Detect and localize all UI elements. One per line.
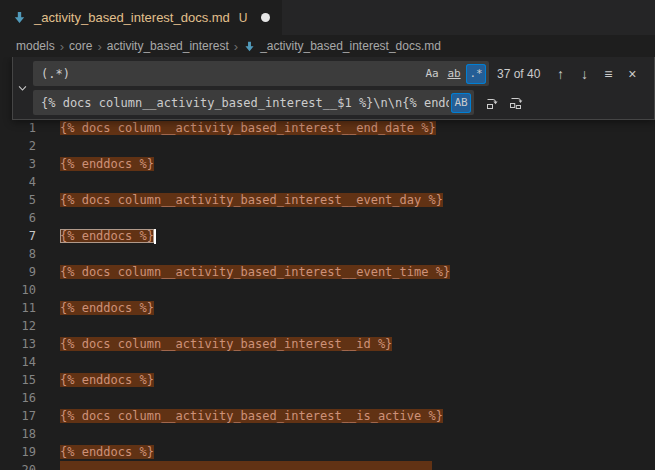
breadcrumb-item[interactable]: _activity_based_interest_docs.md [243, 39, 441, 53]
line-number: 6 [0, 209, 36, 227]
line-number: 19 [0, 443, 36, 461]
editor-line-13[interactable]: 13{% docs column__activity_based_interes… [0, 335, 655, 353]
replace-input[interactable]: {% docs column__activity_based_interest_… [33, 90, 474, 115]
regex-button[interactable]: .* [466, 64, 486, 84]
markdown-file-icon [12, 10, 27, 25]
breadcrumb-item[interactable]: core [69, 39, 92, 53]
previous-match-button[interactable]: ↑ [549, 63, 571, 85]
find-match-highlight: {% enddocs %} [60, 445, 154, 459]
editor-line-2[interactable]: 2 [0, 137, 655, 155]
replace-row: {% docs column__activity_based_interest_… [33, 90, 648, 115]
modified-dot-icon[interactable] [261, 13, 270, 22]
line-number: 18 [0, 425, 36, 443]
line-text: {% docs column__activity_based_interest_… [60, 191, 443, 209]
editor-tab[interactable]: _activity_based_interest_docs.md U [0, 0, 283, 35]
replace-input-value: {% docs column__activity_based_interest_… [41, 96, 449, 110]
find-match-highlight: {% docs column__activity_based_interest_… [60, 265, 450, 279]
editor-line-19[interactable]: 19{% enddocs %} [0, 443, 655, 461]
toggle-replace-chevron-icon[interactable] [13, 57, 31, 119]
find-in-selection-button[interactable]: ≡ [597, 63, 619, 85]
editor-line-20[interactable]: 20 [0, 461, 655, 470]
breadcrumb-separator-icon: › [234, 39, 238, 54]
find-match-highlight [60, 461, 432, 470]
editor-line-5[interactable]: 5{% docs column__activity_based_interest… [0, 191, 655, 209]
find-widget-rows: (.*) Aa ab .* 37 of 40 ↑ ↓ ≡ × {% docs c… [31, 57, 654, 119]
line-number: 11 [0, 299, 36, 317]
line-text: {% enddocs %} [60, 443, 154, 461]
line-number: 17 [0, 407, 36, 425]
close-button[interactable]: × [621, 63, 643, 85]
vscode-window: _activity_based_interest_docs.md U model… [0, 0, 655, 470]
editor-line-14[interactable]: 14 [0, 353, 655, 371]
find-match-highlight: {% enddocs %} [60, 301, 154, 315]
line-number: 20 [0, 461, 36, 470]
find-input-value: (.*) [41, 67, 420, 81]
match-count: 37 of 40 [497, 67, 540, 81]
preserve-case-button[interactable]: AB [451, 93, 471, 113]
breadcrumb-label: _activity_based_interest_docs.md [260, 39, 441, 53]
line-number: 14 [0, 353, 36, 371]
line-text: {% enddocs %} [60, 227, 156, 245]
find-match-highlight: {% enddocs %} [60, 157, 154, 171]
line-text: {% enddocs %} [60, 299, 154, 317]
editor-line-1[interactable]: 1{% docs column__activity_based_interest… [0, 119, 655, 137]
breadcrumb-label: models [16, 39, 55, 53]
breadcrumb-label: core [69, 39, 92, 53]
line-number: 7 [0, 227, 36, 245]
line-number: 12 [0, 317, 36, 335]
line-number: 2 [0, 137, 36, 155]
breadcrumb-separator-icon: › [60, 39, 64, 54]
line-number: 8 [0, 245, 36, 263]
editor-container: (.*) Aa ab .* 37 of 40 ↑ ↓ ≡ × {% docs c… [0, 57, 655, 470]
editor-line-12[interactable]: 12 [0, 317, 655, 335]
line-number: 9 [0, 263, 36, 281]
editor-line-6[interactable]: 6 [0, 209, 655, 227]
breadcrumb-item[interactable]: activity_based_interest [107, 39, 229, 53]
text-cursor [154, 229, 156, 244]
line-number: 4 [0, 173, 36, 191]
breadcrumb-label: activity_based_interest [107, 39, 229, 53]
whole-word-button[interactable]: ab [444, 64, 464, 84]
find-replace-widget: (.*) Aa ab .* 37 of 40 ↑ ↓ ≡ × {% docs c… [12, 57, 655, 120]
find-match-highlight: {% docs column__activity_based_interest_… [60, 337, 392, 351]
editor-line-3[interactable]: 3{% enddocs %} [0, 155, 655, 173]
match-case-button[interactable]: Aa [422, 64, 442, 84]
line-text: {% docs column__activity_based_interest_… [60, 119, 436, 137]
find-row: (.*) Aa ab .* 37 of 40 ↑ ↓ ≡ × [33, 61, 648, 86]
editor-line-9[interactable]: 9{% docs column__activity_based_interest… [0, 263, 655, 281]
editor-line-16[interactable]: 16 [0, 389, 655, 407]
line-number: 3 [0, 155, 36, 173]
editor-line-17[interactable]: 17{% docs column__activity_based_interes… [0, 407, 655, 425]
line-number: 5 [0, 191, 36, 209]
line-text: {% enddocs %} [60, 155, 154, 173]
editor-line-10[interactable]: 10 [0, 281, 655, 299]
line-text: {% docs column__activity_based_interest_… [60, 263, 450, 281]
find-match-highlight: {% enddocs %} [60, 373, 154, 387]
breadcrumb-separator-icon: › [97, 39, 101, 54]
markdown-file-icon [243, 40, 256, 53]
find-match-highlight: {% docs column__activity_based_interest_… [60, 193, 443, 207]
git-status-badge: U [239, 11, 248, 25]
editor-line-4[interactable]: 4 [0, 173, 655, 191]
tab-bar: _activity_based_interest_docs.md U [0, 0, 655, 35]
replace-all-button[interactable] [505, 92, 527, 114]
breadcrumb: models›core›activity_based_interest›_act… [0, 35, 655, 57]
editor-line-11[interactable]: 11{% enddocs %} [0, 299, 655, 317]
line-number: 16 [0, 389, 36, 407]
find-input[interactable]: (.*) Aa ab .* [33, 61, 489, 86]
line-text: {% enddocs %} [60, 371, 154, 389]
find-match-highlight: {% enddocs %} [60, 229, 154, 243]
editor-line-15[interactable]: 15{% enddocs %} [0, 371, 655, 389]
replace-button[interactable] [481, 92, 503, 114]
tab-filename: _activity_based_interest_docs.md [34, 10, 230, 25]
line-text: {% docs column__activity_based_interest_… [60, 407, 443, 425]
line-number: 10 [0, 281, 36, 299]
breadcrumb-item[interactable]: models [16, 39, 55, 53]
find-match-highlight: {% docs column__activity_based_interest_… [60, 409, 443, 423]
editor-line-7[interactable]: 7{% enddocs %} [0, 227, 655, 245]
line-number: 15 [0, 371, 36, 389]
find-match-highlight: {% docs column__activity_based_interest_… [60, 121, 436, 135]
editor-line-18[interactable]: 18 [0, 425, 655, 443]
next-match-button[interactable]: ↓ [573, 63, 595, 85]
editor-line-8[interactable]: 8 [0, 245, 655, 263]
